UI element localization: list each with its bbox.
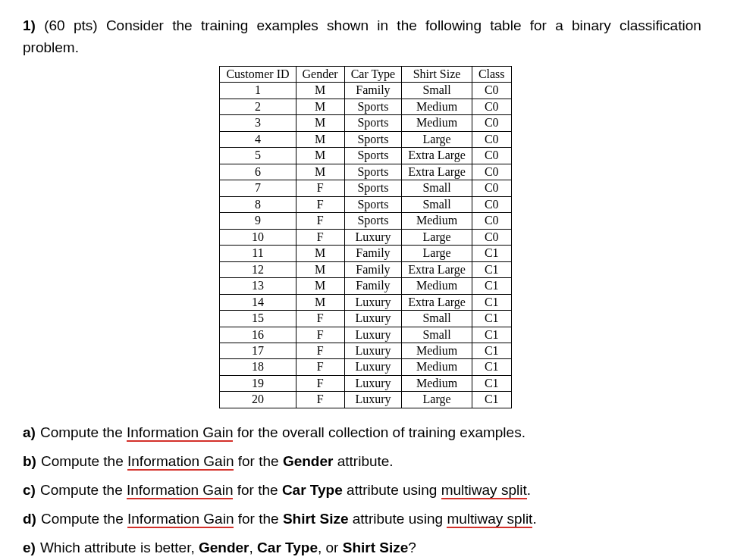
table-row: 1MFamilySmallC0 xyxy=(220,83,511,99)
table-cell: 3 xyxy=(220,115,296,131)
table-row: 10FLuxuryLargeC0 xyxy=(220,229,511,245)
table-cell: Large xyxy=(402,392,472,408)
table-cell: 10 xyxy=(220,229,296,245)
table-row: 18FLuxuryMediumC1 xyxy=(220,359,511,375)
table-cell: Luxury xyxy=(344,311,402,327)
table-cell: C1 xyxy=(472,375,511,391)
table-cell: 8 xyxy=(220,196,296,212)
table-cell: C0 xyxy=(472,164,511,180)
table-cell: C0 xyxy=(472,196,511,212)
table-cell: Family xyxy=(344,278,402,294)
subpart-e: e)Which attribute is better, Gender, Car… xyxy=(23,534,708,560)
table-row: 15FLuxurySmallC1 xyxy=(220,311,511,327)
table-header-cell: Gender xyxy=(296,67,344,83)
information-gain-term: Information Gain xyxy=(127,453,234,471)
attribute-name: Gender xyxy=(283,453,334,469)
table-cell: F xyxy=(296,180,344,196)
text: Compute the xyxy=(41,511,127,527)
table-cell: Sports xyxy=(344,196,402,212)
multiway-split-term: multiway split xyxy=(447,511,532,528)
table-row: 20FLuxuryLargeC1 xyxy=(220,392,511,408)
subparts: a)Compute the Information Gain for the o… xyxy=(23,419,708,560)
text: , or xyxy=(318,540,343,555)
table-cell: Medium xyxy=(402,213,472,229)
table-cell: 17 xyxy=(220,343,296,358)
subpart-label: d) xyxy=(23,511,36,527)
table-cell: 15 xyxy=(220,311,296,327)
table-cell: Sports xyxy=(344,99,402,114)
table-cell: F xyxy=(296,375,344,391)
table-cell: 13 xyxy=(220,278,296,294)
table-row: 16FLuxurySmallC1 xyxy=(220,327,511,343)
text: Compute the xyxy=(40,482,127,498)
subpart-d: d)Compute the Information Gain for the S… xyxy=(23,505,708,533)
table-row: 9FSportsMediumC0 xyxy=(220,213,511,229)
table-cell: Sports xyxy=(344,115,402,131)
table-cell: C1 xyxy=(472,392,511,408)
question-text: Consider the training examples shown in … xyxy=(23,17,701,55)
table-cell: 18 xyxy=(220,359,296,375)
table-header-cell: Class xyxy=(472,67,511,83)
training-table: Customer IDGenderCar TypeShirt SizeClass… xyxy=(219,66,511,408)
table-cell: F xyxy=(296,311,344,327)
table-cell: Small xyxy=(402,180,472,196)
information-gain-term: Information Gain xyxy=(127,511,234,528)
table-cell: C1 xyxy=(472,343,511,358)
table-cell: 14 xyxy=(220,294,296,310)
table-cell: Large xyxy=(402,246,472,261)
table-cell: 6 xyxy=(220,164,296,180)
table-row: 4MSportsLargeC0 xyxy=(220,131,511,147)
table-cell: C0 xyxy=(472,115,511,131)
table-header-cell: Car Type xyxy=(344,67,402,83)
table-cell: M xyxy=(296,246,344,261)
table-cell: Large xyxy=(402,131,472,147)
table-cell: Small xyxy=(402,311,472,327)
table-row: 13MFamilyMediumC1 xyxy=(220,278,511,294)
table-cell: Family xyxy=(344,261,402,277)
table-cell: 5 xyxy=(220,148,296,164)
subpart-label: c) xyxy=(23,482,36,498)
table-cell: Extra Large xyxy=(402,261,472,277)
table-cell: Luxury xyxy=(344,392,402,408)
table-cell: F xyxy=(296,327,344,343)
text: for the xyxy=(233,482,281,498)
table-cell: C1 xyxy=(472,278,511,294)
table-cell: M xyxy=(296,131,344,147)
table-cell: 20 xyxy=(220,392,296,408)
text: for the overall collection of training e… xyxy=(233,424,525,440)
table-cell: Small xyxy=(402,327,472,343)
subpart-b: b)Compute the Information Gain for the G… xyxy=(23,448,708,475)
table-cell: 19 xyxy=(220,375,296,391)
table-cell: C1 xyxy=(472,359,511,375)
table-cell: C0 xyxy=(472,213,511,229)
training-table-wrap: Customer IDGenderCar TypeShirt SizeClass… xyxy=(23,66,708,408)
table-cell: F xyxy=(296,392,344,408)
table-header-row: Customer IDGenderCar TypeShirt SizeClass xyxy=(220,67,511,83)
question-points: (60 pts) xyxy=(44,17,97,33)
table-cell: M xyxy=(296,261,344,277)
table-cell: Family xyxy=(344,246,402,261)
text: attribute using xyxy=(343,482,441,498)
attribute-name: Car Type xyxy=(257,540,318,555)
table-row: 12MFamilyExtra LargeC1 xyxy=(220,261,511,277)
table-cell: 1 xyxy=(220,83,296,99)
table-cell: Sports xyxy=(344,148,402,164)
table-cell: Family xyxy=(344,83,402,99)
table-cell: 16 xyxy=(220,327,296,343)
text: , xyxy=(249,540,258,555)
table-cell: M xyxy=(296,99,344,114)
text: Which attribute is better, xyxy=(40,540,199,555)
table-cell: Sports xyxy=(344,131,402,147)
table-cell: Luxury xyxy=(344,375,402,391)
table-cell: 12 xyxy=(220,261,296,277)
text: attribute using xyxy=(348,511,447,527)
table-cell: F xyxy=(296,229,344,245)
text: attribute. xyxy=(333,453,393,469)
attribute-name: Car Type xyxy=(282,482,343,498)
table-cell: F xyxy=(296,343,344,358)
table-cell: Luxury xyxy=(344,343,402,358)
table-row: 6MSportsExtra LargeC0 xyxy=(220,164,511,180)
table-cell: Luxury xyxy=(344,229,402,245)
attribute-name: Gender xyxy=(199,540,249,555)
table-cell: C0 xyxy=(472,99,511,114)
